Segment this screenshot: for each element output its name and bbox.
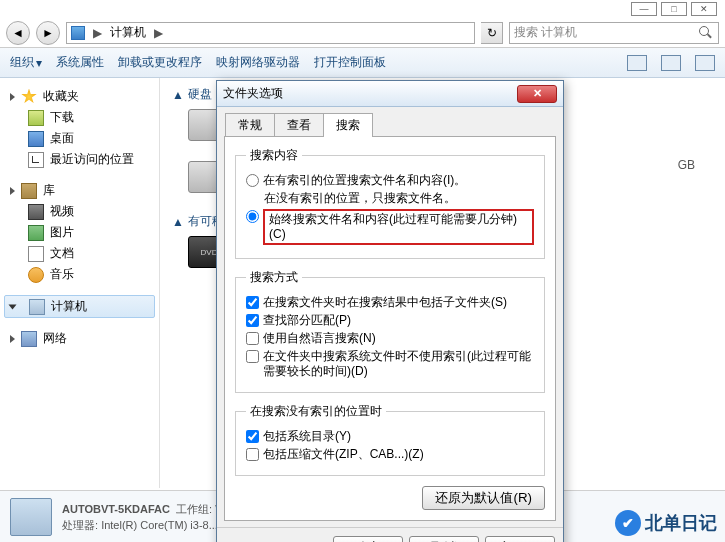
sidebar-item-downloads[interactable]: 下载 — [4, 107, 155, 128]
control-panel-button[interactable]: 打开控制面板 — [314, 54, 386, 71]
preview-pane-icon[interactable] — [661, 55, 681, 71]
size-label: GB — [678, 158, 695, 172]
radio-sublabel: 在没有索引的位置，只搜索文件名。 — [264, 191, 456, 206]
radio-always-search[interactable] — [246, 210, 259, 223]
folder-options-dialog: 文件夹选项 ✕ 常规 查看 搜索 搜索内容 在有索引的位置搜索文件名和内容(I)… — [216, 80, 564, 542]
watermark-icon: ✔ — [615, 510, 641, 536]
video-icon — [28, 204, 44, 220]
tab-search[interactable]: 搜索 — [323, 113, 373, 137]
computer-icon — [71, 26, 85, 40]
download-icon — [28, 110, 44, 126]
map-drive-button[interactable]: 映射网络驱动器 — [216, 54, 300, 71]
libraries-group[interactable]: 库 — [4, 180, 155, 201]
sidebar-item-recent[interactable]: 最近访问的位置 — [4, 149, 155, 170]
search-content-group: 搜索内容 在有索引的位置搜索文件名和内容(I)。 在没有索引的位置，只搜索文件名… — [235, 147, 545, 259]
sidebar-item-video[interactable]: 视频 — [4, 201, 155, 222]
search-placeholder: 搜索 计算机 — [514, 24, 577, 41]
search-method-group: 搜索方式 在搜索文件夹时在搜索结果中包括子文件夹(S) 查找部分匹配(P) 使用… — [235, 269, 545, 393]
sidebar-item-computer[interactable]: 计算机 — [4, 295, 155, 318]
tab-general[interactable]: 常规 — [225, 113, 275, 137]
checkbox-label: 使用自然语言搜索(N) — [263, 331, 376, 346]
refresh-button[interactable]: ↻ — [481, 22, 503, 44]
desktop-icon — [28, 131, 44, 147]
network-icon — [21, 331, 37, 347]
favorites-group[interactable]: 收藏夹 — [4, 86, 155, 107]
sidebar-item-documents[interactable]: 文档 — [4, 243, 155, 264]
computer-large-icon — [10, 498, 52, 536]
picture-icon — [28, 225, 44, 241]
checkbox-natural-lang[interactable] — [246, 332, 259, 345]
view-icon[interactable] — [627, 55, 647, 71]
organize-menu[interactable]: 组织 ▾ — [10, 54, 42, 71]
radio-label: 在有索引的位置搜索文件名和内容(I)。 — [263, 173, 466, 188]
checkbox-system-dirs[interactable] — [246, 430, 259, 443]
maximize-button[interactable]: □ — [661, 2, 687, 16]
group-legend: 搜索方式 — [246, 269, 302, 286]
help-icon[interactable] — [695, 55, 715, 71]
checkbox-subfolders[interactable] — [246, 296, 259, 309]
system-properties-button[interactable]: 系统属性 — [56, 54, 104, 71]
minimize-button[interactable]: — — [631, 2, 657, 16]
ok-button[interactable]: 确定 — [333, 536, 403, 542]
checkbox-label: 包括压缩文件(ZIP、CAB...)(Z) — [263, 447, 424, 462]
recent-icon — [28, 152, 44, 168]
cancel-button[interactable]: 取消 — [409, 536, 479, 542]
location-text: 计算机 — [110, 24, 146, 41]
dialog-title: 文件夹选项 — [223, 85, 283, 102]
address-bar[interactable]: ▶ 计算机 ▶ — [66, 22, 475, 44]
checkbox-compressed[interactable] — [246, 448, 259, 461]
sidebar: 收藏夹 下载 桌面 最近访问的位置 库 视频 图片 文档 音乐 计算机 网络 — [0, 78, 160, 488]
chevron-right-icon: ▶ — [150, 26, 167, 40]
checkbox-label: 查找部分匹配(P) — [263, 313, 351, 328]
search-input[interactable]: 搜索 计算机 — [509, 22, 719, 44]
tab-view[interactable]: 查看 — [274, 113, 324, 137]
star-icon — [21, 89, 37, 105]
forward-button[interactable]: ► — [36, 21, 60, 45]
sidebar-item-desktop[interactable]: 桌面 — [4, 128, 155, 149]
apply-button[interactable]: 应用(A) — [485, 536, 555, 542]
uninstall-button[interactable]: 卸载或更改程序 — [118, 54, 202, 71]
group-legend: 搜索内容 — [246, 147, 302, 164]
document-icon — [28, 246, 44, 262]
checkbox-partial[interactable] — [246, 314, 259, 327]
back-button[interactable]: ◄ — [6, 21, 30, 45]
close-window-button[interactable]: ✕ — [691, 2, 717, 16]
dialog-close-button[interactable]: ✕ — [517, 85, 557, 103]
checkbox-label: 在文件夹中搜索系统文件时不使用索引(此过程可能需要较长的时间)(D) — [263, 349, 534, 379]
watermark: ✔ 北单日记 — [615, 510, 717, 536]
sidebar-item-music[interactable]: 音乐 — [4, 264, 155, 285]
group-legend: 在搜索没有索引的位置时 — [246, 403, 386, 420]
radio-label-highlighted: 始终搜索文件名和内容(此过程可能需要几分钟)(C) — [263, 209, 534, 245]
checkbox-no-index[interactable] — [246, 350, 259, 363]
restore-defaults-button[interactable]: 还原为默认值(R) — [422, 486, 545, 510]
sidebar-item-pictures[interactable]: 图片 — [4, 222, 155, 243]
checkbox-label: 在搜索文件夹时在搜索结果中包括子文件夹(S) — [263, 295, 507, 310]
network-group[interactable]: 网络 — [4, 328, 155, 349]
radio-indexed[interactable] — [246, 174, 259, 187]
computer-icon — [29, 299, 45, 315]
non-indexed-group: 在搜索没有索引的位置时 包括系统目录(Y) 包括压缩文件(ZIP、CAB...)… — [235, 403, 545, 476]
search-icon — [698, 25, 714, 41]
music-icon — [28, 267, 44, 283]
checkbox-label: 包括系统目录(Y) — [263, 429, 351, 444]
library-icon — [21, 183, 37, 199]
chevron-right-icon: ▶ — [89, 26, 106, 40]
